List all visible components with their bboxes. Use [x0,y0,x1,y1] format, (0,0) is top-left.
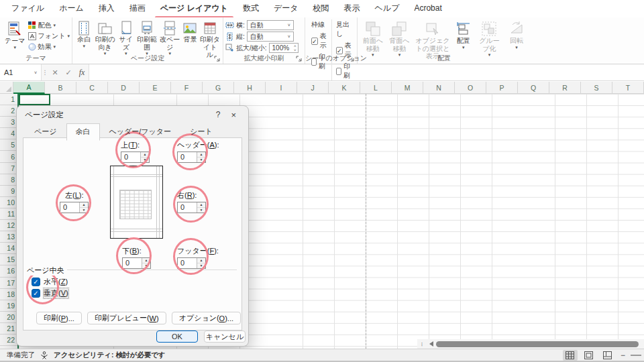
accessibility-status[interactable]: アクセシビリティ: 検討が必要です [54,351,166,360]
column-header-I[interactable]: I [266,82,297,94]
spin-down-icon[interactable]: ▼ [141,157,149,162]
row-header-7[interactable]: 7 [0,163,17,174]
spin-down-icon[interactable]: ▼ [80,207,88,213]
column-header-N[interactable]: N [423,82,455,94]
align-button[interactable]: 配置▾ [452,19,474,52]
cancel-button[interactable]: キャンセル [204,330,246,343]
center-vertical-checkbox[interactable]: ✓ 垂直(V) [32,288,68,298]
scrollbar-splitter-icon[interactable]: ⁝ [417,341,427,347]
column-header-K[interactable]: K [329,82,360,94]
column-header-G[interactable]: G [203,82,234,94]
center-horizontal-checkbox[interactable]: ✓ 水平(Z) [32,277,68,287]
row-header-6[interactable]: 6 [0,151,17,162]
footer-margin-input[interactable]: 0 ▲▼ [177,257,206,269]
formula-input[interactable] [89,64,644,80]
scrollbar-thumb[interactable] [436,341,639,347]
page-break-view-icon[interactable] [600,350,615,361]
row-header-8[interactable]: 8 [0,174,17,186]
column-header-Q[interactable]: Q [518,82,549,94]
row-header-2[interactable]: 2 [0,105,17,117]
row-header-11[interactable]: 11 [0,208,17,220]
row-header-18[interactable]: 18 [0,289,17,300]
options-button[interactable]: オプション(O)... [172,312,241,324]
spinner-buttons[interactable]: ▲▼ [197,258,205,268]
tab-header-footer[interactable]: ヘッダー/フッター [100,123,181,141]
row-header-3[interactable]: 3 [0,117,17,128]
insert-function-icon[interactable]: fx [75,64,89,80]
top-margin-input[interactable]: 0 ▲▼ [121,152,150,163]
selected-cell-a1[interactable] [19,94,50,105]
fit-width-select[interactable]: 自動˅ [247,20,294,30]
menu-tab-page-layout[interactable]: ページ レイアウト [153,0,235,19]
tab-page[interactable]: ページ [25,123,66,141]
zoom-slider[interactable] [631,355,641,356]
gridlines-view-checkbox[interactable]: ✓表示 [311,32,327,50]
column-header-R[interactable]: R [549,82,581,94]
column-header-B[interactable]: B [45,82,76,94]
page-layout-view-icon[interactable] [582,350,596,361]
column-header-O[interactable]: O [455,82,486,94]
row-header-1[interactable]: 1 [0,94,17,105]
page-setup-dialog-launcher-icon[interactable] [214,56,221,62]
menu-tab-data[interactable]: データ [266,0,306,19]
rotate-button[interactable]: 回転▾ [504,19,529,52]
scroll-left-icon[interactable] [429,341,433,347]
menu-tab-review[interactable]: 校閲 [306,0,337,19]
spinner-buttons[interactable]: ▲▼ [140,152,149,162]
spin-down-icon[interactable]: ▼ [197,157,205,162]
spin-up-icon[interactable]: ▲ [80,202,88,207]
margins-button[interactable]: 余白 ▾ [74,19,93,50]
column-header-H[interactable]: H [234,82,266,94]
spin-up-icon[interactable]: ▲ [142,258,150,263]
enter-entry-icon[interactable]: ✓ [62,64,75,80]
spin-up-icon[interactable]: ▲ [197,152,205,157]
menu-tab-acrobat[interactable]: Acrobat [407,0,449,17]
horizontal-scrollbar[interactable]: ⁝ [417,339,644,349]
column-header-P[interactable]: P [486,82,518,94]
column-header-D[interactable]: D [108,82,140,94]
bottom-margin-input[interactable]: 0 ▲▼ [122,257,151,269]
spin-up-icon[interactable]: ▲ [141,152,149,157]
menu-tab-formulas[interactable]: 数式 [235,0,266,19]
column-header-J[interactable]: J [297,82,329,94]
row-header-22[interactable]: 22 [0,335,17,346]
header-margin-input[interactable]: 0 ▲▼ [177,152,206,163]
spin-up-icon[interactable]: ▲ [197,202,205,207]
menu-tab-file[interactable]: ファイル [4,0,52,19]
tab-sheet[interactable]: シート [180,123,222,141]
menu-tab-help[interactable]: ヘルプ [368,0,407,19]
select-all-corner[interactable] [0,82,13,94]
row-header-4[interactable]: 4 [0,128,17,139]
theme-fonts-button[interactable]: フォント▾ [28,32,70,41]
theme-effects-button[interactable]: 効果▾ [28,42,70,52]
column-header-S[interactable]: S [581,82,612,94]
column-header-C[interactable]: C [76,82,108,94]
spinner-buttons[interactable]: ▲▼ [79,202,88,213]
ok-button[interactable]: OK [156,330,198,343]
print-button[interactable]: 印刷(P)... [36,312,82,324]
menu-tab-home[interactable]: ホーム [52,0,91,19]
menu-tab-view[interactable]: 表示 [337,0,368,19]
background-button[interactable]: 背景 [181,19,199,45]
print-area-button[interactable]: 印刷範囲 ▾ [136,19,158,58]
print-preview-button[interactable]: 印刷プレビュー(W) [87,312,166,324]
name-box[interactable]: A1 ˅ [0,64,42,80]
row-header-12[interactable]: 12 [0,220,17,231]
column-header-E[interactable]: E [140,82,171,94]
close-icon[interactable]: × [227,110,240,120]
spin-down-icon[interactable]: ▼ [142,263,150,268]
left-margin-input[interactable]: 0 ▲▼ [60,202,89,213]
cancel-entry-icon[interactable]: ✕ [48,64,62,80]
headings-print-checkbox[interactable]: 印刷 [336,62,352,80]
themes-button[interactable]: テーマ ▾ [2,19,28,52]
normal-view-icon[interactable] [563,350,578,361]
fit-height-select[interactable]: 自動˅ [247,32,294,42]
zoom-out-icon[interactable]: − [619,351,627,360]
spinner-buttons[interactable]: ▲▼ [197,152,205,162]
size-button[interactable]: サイズ ▾ [117,19,136,58]
row-header-5[interactable]: 5 [0,139,17,151]
right-margin-input[interactable]: 0 ▲▼ [177,202,206,213]
row-header-16[interactable]: 16 [0,265,17,277]
row-header-15[interactable]: 15 [0,254,17,265]
column-header-A[interactable]: A [13,82,45,94]
